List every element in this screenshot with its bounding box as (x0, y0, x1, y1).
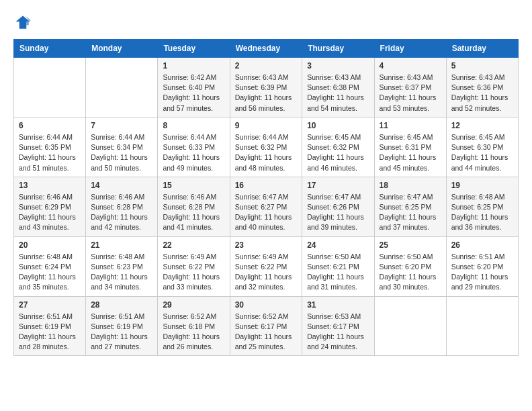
calendar-cell: 31Sunrise: 6:53 AM Sunset: 6:17 PM Dayli… (302, 296, 374, 356)
calendar-week-3: 13Sunrise: 6:46 AM Sunset: 6:29 PM Dayli… (14, 177, 519, 236)
calendar-cell: 6Sunrise: 6:44 AM Sunset: 6:35 PM Daylig… (14, 117, 86, 177)
calendar-cell: 14Sunrise: 6:46 AM Sunset: 6:28 PM Dayli… (86, 177, 158, 236)
calendar-header-thursday: Thursday (302, 40, 374, 58)
day-info: Sunrise: 6:51 AM Sunset: 6:20 PM Dayligh… (451, 252, 513, 293)
day-info: Sunrise: 6:53 AM Sunset: 6:17 PM Dayligh… (307, 312, 369, 353)
day-info: Sunrise: 6:43 AM Sunset: 6:39 PM Dayligh… (235, 73, 298, 113)
day-number: 14 (91, 181, 152, 190)
day-number: 2 (235, 61, 298, 71)
calendar-cell: 18Sunrise: 6:47 AM Sunset: 6:25 PM Dayli… (374, 177, 446, 236)
calendar-week-4: 20Sunrise: 6:48 AM Sunset: 6:24 PM Dayli… (14, 236, 519, 296)
calendar-cell: 7Sunrise: 6:44 AM Sunset: 6:34 PM Daylig… (86, 117, 158, 177)
day-number: 17 (307, 181, 369, 190)
calendar-cell: 13Sunrise: 6:46 AM Sunset: 6:29 PM Dayli… (14, 177, 86, 236)
calendar-cell: 15Sunrise: 6:46 AM Sunset: 6:28 PM Dayli… (158, 177, 230, 236)
calendar-cell: 30Sunrise: 6:52 AM Sunset: 6:17 PM Dayli… (230, 296, 302, 356)
day-number: 18 (380, 181, 441, 190)
calendar-header-wednesday: Wednesday (230, 40, 302, 58)
day-number: 23 (235, 240, 298, 250)
calendar-cell (374, 296, 446, 356)
day-number: 25 (380, 240, 441, 250)
calendar-cell: 20Sunrise: 6:48 AM Sunset: 6:24 PM Dayli… (14, 236, 86, 296)
day-info: Sunrise: 6:44 AM Sunset: 6:33 PM Dayligh… (163, 132, 224, 173)
calendar-cell: 24Sunrise: 6:50 AM Sunset: 6:21 PM Dayli… (302, 236, 374, 296)
calendar-cell: 11Sunrise: 6:45 AM Sunset: 6:31 PM Dayli… (374, 117, 446, 177)
day-info: Sunrise: 6:43 AM Sunset: 6:37 PM Dayligh… (380, 73, 441, 113)
day-info: Sunrise: 6:44 AM Sunset: 6:35 PM Dayligh… (19, 132, 81, 173)
day-info: Sunrise: 6:45 AM Sunset: 6:31 PM Dayligh… (380, 132, 441, 173)
day-info: Sunrise: 6:47 AM Sunset: 6:25 PM Dayligh… (380, 192, 441, 233)
page-header (13, 13, 519, 32)
calendar-cell: 12Sunrise: 6:45 AM Sunset: 6:30 PM Dayli… (446, 117, 518, 177)
day-info: Sunrise: 6:45 AM Sunset: 6:30 PM Dayligh… (451, 132, 513, 173)
day-info: Sunrise: 6:48 AM Sunset: 6:25 PM Dayligh… (451, 192, 513, 233)
calendar-table: SundayMondayTuesdayWednesdayThursdayFrid… (13, 39, 519, 356)
day-number: 9 (235, 121, 298, 130)
day-number: 28 (91, 300, 152, 310)
day-info: Sunrise: 6:46 AM Sunset: 6:28 PM Dayligh… (91, 192, 152, 233)
day-number: 16 (235, 181, 298, 190)
day-number: 30 (235, 300, 298, 310)
logo-icon (13, 13, 32, 32)
calendar-cell: 21Sunrise: 6:48 AM Sunset: 6:23 PM Dayli… (86, 236, 158, 296)
calendar-week-1: 1Sunrise: 6:42 AM Sunset: 6:40 PM Daylig… (14, 58, 519, 118)
day-number: 1 (163, 61, 224, 71)
calendar-cell: 16Sunrise: 6:47 AM Sunset: 6:27 PM Dayli… (230, 177, 302, 236)
calendar-header-tuesday: Tuesday (158, 40, 230, 58)
day-info: Sunrise: 6:44 AM Sunset: 6:32 PM Dayligh… (235, 132, 298, 173)
calendar-cell: 17Sunrise: 6:47 AM Sunset: 6:26 PM Dayli… (302, 177, 374, 236)
day-number: 8 (163, 121, 224, 130)
day-info: Sunrise: 6:50 AM Sunset: 6:20 PM Dayligh… (380, 252, 441, 293)
day-info: Sunrise: 6:43 AM Sunset: 6:38 PM Dayligh… (307, 73, 369, 113)
day-info: Sunrise: 6:44 AM Sunset: 6:34 PM Dayligh… (91, 132, 152, 173)
day-number: 19 (451, 181, 513, 190)
calendar-cell: 9Sunrise: 6:44 AM Sunset: 6:32 PM Daylig… (230, 117, 302, 177)
day-info: Sunrise: 6:48 AM Sunset: 6:24 PM Dayligh… (19, 252, 81, 293)
calendar-cell: 2Sunrise: 6:43 AM Sunset: 6:39 PM Daylig… (230, 58, 302, 118)
calendar-cell: 1Sunrise: 6:42 AM Sunset: 6:40 PM Daylig… (158, 58, 230, 118)
calendar-cell: 27Sunrise: 6:51 AM Sunset: 6:19 PM Dayli… (14, 296, 86, 356)
calendar-header-row: SundayMondayTuesdayWednesdayThursdayFrid… (14, 40, 519, 58)
day-number: 31 (307, 300, 369, 310)
day-number: 24 (307, 240, 369, 250)
calendar-cell: 23Sunrise: 6:49 AM Sunset: 6:22 PM Dayli… (230, 236, 302, 296)
day-info: Sunrise: 6:51 AM Sunset: 6:19 PM Dayligh… (19, 312, 81, 353)
calendar-week-2: 6Sunrise: 6:44 AM Sunset: 6:35 PM Daylig… (14, 117, 519, 177)
day-number: 20 (19, 240, 81, 250)
day-number: 3 (307, 61, 369, 71)
day-number: 26 (451, 240, 513, 250)
day-info: Sunrise: 6:51 AM Sunset: 6:19 PM Dayligh… (91, 312, 152, 353)
day-number: 22 (163, 240, 224, 250)
day-info: Sunrise: 6:48 AM Sunset: 6:23 PM Dayligh… (91, 252, 152, 293)
calendar-cell: 26Sunrise: 6:51 AM Sunset: 6:20 PM Dayli… (446, 236, 518, 296)
day-info: Sunrise: 6:47 AM Sunset: 6:27 PM Dayligh… (235, 192, 298, 233)
calendar-cell (446, 296, 518, 356)
day-number: 7 (91, 121, 152, 130)
day-number: 21 (91, 240, 152, 250)
calendar-header-monday: Monday (86, 40, 158, 58)
day-number: 29 (163, 300, 224, 310)
calendar-header-saturday: Saturday (446, 40, 518, 58)
day-info: Sunrise: 6:52 AM Sunset: 6:18 PM Dayligh… (163, 312, 224, 353)
calendar-week-5: 27Sunrise: 6:51 AM Sunset: 6:19 PM Dayli… (14, 296, 519, 356)
calendar-cell: 29Sunrise: 6:52 AM Sunset: 6:18 PM Dayli… (158, 296, 230, 356)
calendar-cell: 25Sunrise: 6:50 AM Sunset: 6:20 PM Dayli… (374, 236, 446, 296)
day-info: Sunrise: 6:42 AM Sunset: 6:40 PM Dayligh… (163, 73, 224, 113)
day-number: 15 (163, 181, 224, 190)
day-info: Sunrise: 6:43 AM Sunset: 6:36 PM Dayligh… (451, 73, 513, 113)
calendar-cell: 4Sunrise: 6:43 AM Sunset: 6:37 PM Daylig… (374, 58, 446, 118)
calendar-cell: 19Sunrise: 6:48 AM Sunset: 6:25 PM Dayli… (446, 177, 518, 236)
calendar-cell: 3Sunrise: 6:43 AM Sunset: 6:38 PM Daylig… (302, 58, 374, 118)
calendar-cell: 5Sunrise: 6:43 AM Sunset: 6:36 PM Daylig… (446, 58, 518, 118)
calendar-cell: 8Sunrise: 6:44 AM Sunset: 6:33 PM Daylig… (158, 117, 230, 177)
calendar-cell (14, 58, 86, 118)
logo (13, 13, 35, 32)
calendar-header-sunday: Sunday (14, 40, 86, 58)
day-number: 27 (19, 300, 81, 310)
day-info: Sunrise: 6:52 AM Sunset: 6:17 PM Dayligh… (235, 312, 298, 353)
calendar-cell: 28Sunrise: 6:51 AM Sunset: 6:19 PM Dayli… (86, 296, 158, 356)
day-number: 5 (451, 61, 513, 71)
calendar-cell: 10Sunrise: 6:45 AM Sunset: 6:32 PM Dayli… (302, 117, 374, 177)
day-info: Sunrise: 6:49 AM Sunset: 6:22 PM Dayligh… (163, 252, 224, 293)
calendar-cell (86, 58, 158, 118)
